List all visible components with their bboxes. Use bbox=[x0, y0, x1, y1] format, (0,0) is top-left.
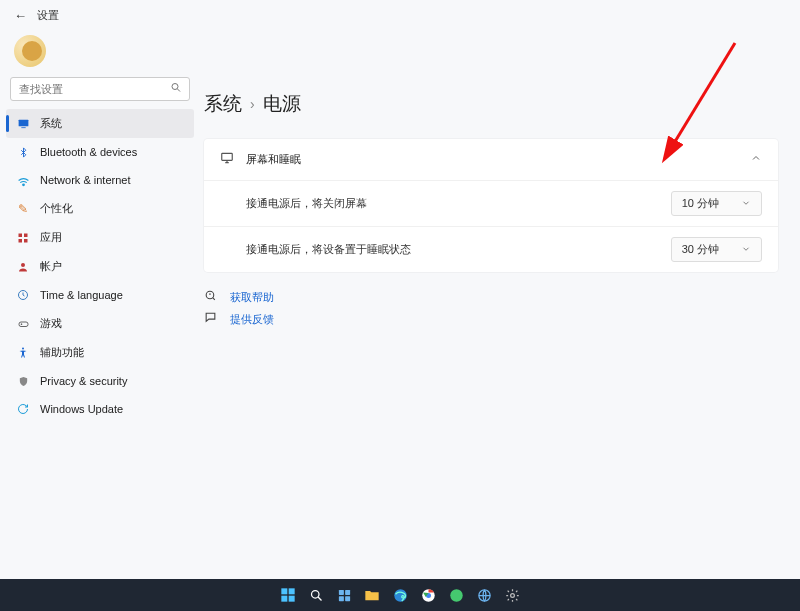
svg-rect-2 bbox=[18, 120, 28, 127]
accessibility-icon bbox=[16, 346, 30, 360]
svg-rect-13 bbox=[222, 153, 233, 160]
sidebar-item-privacy[interactable]: Privacy & security bbox=[6, 367, 194, 395]
svg-rect-19 bbox=[289, 596, 295, 602]
taskbar-widgets[interactable] bbox=[333, 584, 355, 606]
back-button[interactable]: ← bbox=[14, 8, 27, 23]
sidebar-item-time-language[interactable]: Time & language bbox=[6, 281, 194, 309]
svg-rect-22 bbox=[338, 589, 343, 594]
shield-icon bbox=[16, 374, 30, 388]
taskbar-settings[interactable] bbox=[501, 584, 523, 606]
feedback-icon bbox=[204, 311, 220, 327]
taskbar-search[interactable] bbox=[305, 584, 327, 606]
row-label: 接通电源后，将关闭屏幕 bbox=[246, 196, 367, 211]
paintbrush-icon: ✎ bbox=[16, 202, 30, 216]
svg-rect-3 bbox=[21, 127, 25, 128]
update-icon bbox=[16, 402, 30, 416]
gamepad-icon bbox=[16, 317, 30, 331]
sidebar-item-gaming[interactable]: 游戏 bbox=[6, 309, 194, 338]
sidebar-item-accounts[interactable]: 帐户 bbox=[6, 252, 194, 281]
sidebar-item-personalization[interactable]: ✎ 个性化 bbox=[6, 194, 194, 223]
card-title: 屏幕和睡眠 bbox=[246, 152, 301, 167]
account-icon bbox=[16, 260, 30, 274]
sidebar-item-label: 系统 bbox=[40, 116, 62, 131]
svg-point-31 bbox=[510, 593, 514, 597]
clock-icon bbox=[16, 288, 30, 302]
sidebar-item-label: Bluetooth & devices bbox=[40, 146, 137, 158]
screen-off-select[interactable]: 10 分钟 bbox=[671, 191, 762, 216]
sidebar: 系统 Bluetooth & devices Network & interne… bbox=[0, 73, 200, 611]
chevron-down-icon bbox=[741, 244, 751, 256]
svg-point-9 bbox=[21, 263, 25, 267]
svg-rect-16 bbox=[281, 588, 287, 594]
screen-sleep-card: 屏幕和睡眠 接通电源后，将关闭屏幕 10 分钟 接通电源后，将设备置于睡眠状态 … bbox=[204, 139, 778, 272]
system-icon bbox=[16, 117, 30, 131]
header-title: 设置 bbox=[37, 8, 59, 23]
sidebar-item-label: 帐户 bbox=[40, 259, 62, 274]
svg-point-20 bbox=[311, 590, 319, 598]
sidebar-item-label: Time & language bbox=[40, 289, 123, 301]
chevron-up-icon bbox=[750, 152, 762, 167]
sidebar-item-windows-update[interactable]: Windows Update bbox=[6, 395, 194, 423]
svg-rect-24 bbox=[338, 596, 343, 601]
apps-icon bbox=[16, 231, 30, 245]
chevron-right-icon: › bbox=[250, 96, 255, 112]
svg-rect-5 bbox=[19, 233, 23, 237]
sidebar-item-system[interactable]: 系统 bbox=[6, 109, 194, 138]
sidebar-item-label: Privacy & security bbox=[40, 375, 127, 387]
select-value: 30 分钟 bbox=[682, 242, 719, 257]
screen-sleep-header[interactable]: 屏幕和睡眠 bbox=[204, 139, 778, 180]
svg-point-29 bbox=[450, 589, 463, 602]
search-input[interactable] bbox=[10, 77, 190, 101]
sidebar-item-label: 应用 bbox=[40, 230, 62, 245]
sidebar-item-apps[interactable]: 应用 bbox=[6, 223, 194, 252]
sidebar-item-bluetooth[interactable]: Bluetooth & devices bbox=[6, 138, 194, 166]
breadcrumb-current: 电源 bbox=[263, 91, 301, 117]
breadcrumb-parent[interactable]: 系统 bbox=[204, 91, 242, 117]
svg-rect-18 bbox=[281, 596, 287, 602]
sleep-row: 接通电源后，将设备置于睡眠状态 30 分钟 bbox=[204, 226, 778, 272]
svg-rect-7 bbox=[19, 239, 23, 243]
chevron-down-icon bbox=[741, 198, 751, 210]
svg-point-4 bbox=[22, 184, 24, 186]
monitor-icon bbox=[220, 151, 236, 168]
main-content: 系统 › 电源 屏幕和睡眠 接通电源后，将关闭屏幕 10 分钟 bbox=[200, 73, 800, 611]
give-feedback-link[interactable]: 提供反馈 bbox=[230, 312, 274, 327]
sidebar-item-accessibility[interactable]: 辅助功能 bbox=[6, 338, 194, 367]
svg-rect-6 bbox=[24, 233, 28, 237]
svg-line-21 bbox=[318, 597, 321, 600]
taskbar-edge[interactable] bbox=[389, 584, 411, 606]
svg-rect-17 bbox=[289, 588, 295, 594]
sidebar-item-label: 游戏 bbox=[40, 316, 62, 331]
taskbar-chrome[interactable] bbox=[417, 584, 439, 606]
sidebar-item-label: Windows Update bbox=[40, 403, 123, 415]
svg-point-12 bbox=[22, 348, 24, 350]
taskbar-app-2[interactable] bbox=[473, 584, 495, 606]
taskbar-app-1[interactable] bbox=[445, 584, 467, 606]
sleep-select[interactable]: 30 分钟 bbox=[671, 237, 762, 262]
svg-rect-25 bbox=[345, 596, 350, 601]
svg-rect-8 bbox=[24, 239, 28, 243]
sidebar-item-label: 个性化 bbox=[40, 201, 73, 216]
user-avatar[interactable] bbox=[14, 35, 46, 67]
help-icon bbox=[204, 289, 220, 305]
svg-rect-23 bbox=[345, 589, 350, 594]
select-value: 10 分钟 bbox=[682, 196, 719, 211]
taskbar bbox=[0, 579, 800, 611]
row-label: 接通电源后，将设备置于睡眠状态 bbox=[246, 242, 411, 257]
sidebar-item-label: 辅助功能 bbox=[40, 345, 84, 360]
taskbar-explorer[interactable] bbox=[361, 584, 383, 606]
sidebar-item-network[interactable]: Network & internet bbox=[6, 166, 194, 194]
breadcrumb: 系统 › 电源 bbox=[204, 91, 778, 117]
bluetooth-icon bbox=[16, 145, 30, 159]
screen-off-row: 接通电源后，将关闭屏幕 10 分钟 bbox=[204, 180, 778, 226]
network-icon bbox=[16, 173, 30, 187]
svg-rect-11 bbox=[19, 322, 28, 327]
get-help-link[interactable]: 获取帮助 bbox=[230, 290, 274, 305]
start-button[interactable] bbox=[277, 584, 299, 606]
sidebar-item-label: Network & internet bbox=[40, 174, 130, 186]
